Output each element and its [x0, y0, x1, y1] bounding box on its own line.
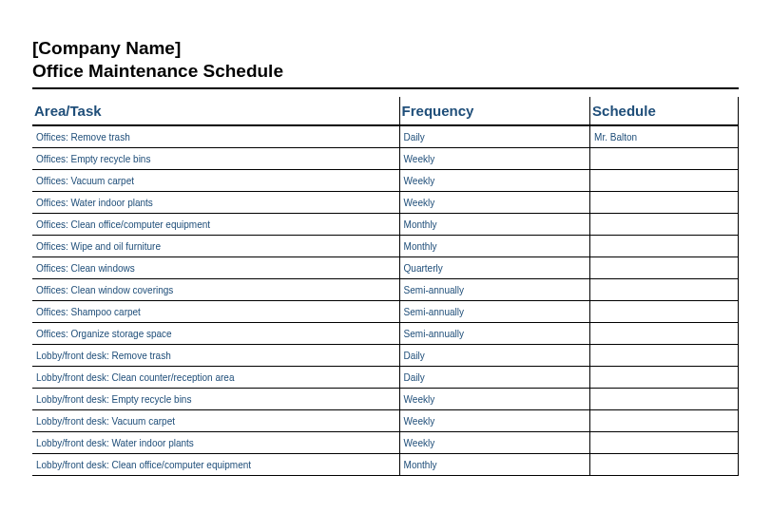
cell-schedule [590, 300, 739, 322]
cell-area-task: Offices: Clean window coverings [32, 278, 399, 300]
cell-frequency: Semi-annually [399, 300, 589, 322]
table-row: Offices: Clean windowsQuarterly [32, 256, 739, 278]
cell-schedule [590, 278, 739, 300]
cell-frequency: Monthly [399, 235, 589, 256]
cell-schedule [590, 322, 739, 344]
table-row: Lobby/front desk: Clean office/computer … [32, 453, 739, 475]
cell-frequency: Weekly [399, 388, 589, 409]
cell-schedule [590, 169, 739, 191]
table-row: Offices: Empty recycle binsWeekly [32, 147, 739, 169]
col-header-schedule: Schedule [590, 97, 739, 125]
cell-frequency: Weekly [399, 409, 589, 431]
cell-frequency: Weekly [399, 191, 589, 213]
table-row: Offices: Shampoo carpetSemi-annually [32, 300, 739, 322]
cell-schedule [590, 256, 739, 278]
cell-schedule [590, 409, 739, 431]
cell-area-task: Offices: Wipe and oil furniture [32, 235, 399, 256]
table-row: Offices: Organize storage spaceSemi-annu… [32, 322, 739, 344]
cell-frequency: Weekly [399, 147, 589, 169]
cell-area-task: Offices: Shampoo carpet [32, 300, 399, 322]
table-row: Lobby/front desk: Vacuum carpetWeekly [32, 409, 739, 431]
table-row: Offices: Clean window coveringsSemi-annu… [32, 278, 739, 300]
cell-area-task: Lobby/front desk: Clean counter/receptio… [32, 366, 399, 388]
header-divider [32, 87, 739, 89]
cell-frequency: Monthly [399, 453, 589, 475]
cell-frequency: Semi-annually [399, 278, 589, 300]
col-header-area-task: Area/Task [32, 97, 399, 125]
company-name: [Company Name] [32, 38, 739, 59]
table-row: Lobby/front desk: Water indoor plantsWee… [32, 431, 739, 453]
cell-frequency: Weekly [399, 431, 589, 453]
table-row: Lobby/front desk: Empty recycle binsWeek… [32, 388, 739, 409]
cell-area-task: Lobby/front desk: Vacuum carpet [32, 409, 399, 431]
cell-area-task: Offices: Clean office/computer equipment [32, 213, 399, 235]
cell-frequency: Quarterly [399, 256, 589, 278]
table-row: Offices: Vacuum carpetWeekly [32, 169, 739, 191]
cell-area-task: Lobby/front desk: Remove trash [32, 344, 399, 366]
table-row: Offices: Wipe and oil furnitureMonthly [32, 235, 739, 256]
cell-schedule: Mr. Balton [590, 125, 739, 147]
cell-area-task: Offices: Vacuum carpet [32, 169, 399, 191]
table-row: Lobby/front desk: Remove trashDaily [32, 344, 739, 366]
cell-schedule [590, 431, 739, 453]
cell-frequency: Daily [399, 344, 589, 366]
cell-frequency: Weekly [399, 169, 589, 191]
cell-frequency: Monthly [399, 213, 589, 235]
cell-schedule [590, 147, 739, 169]
cell-frequency: Daily [399, 366, 589, 388]
table-row: Offices: Clean office/computer equipment… [32, 213, 739, 235]
table-row: Offices: Remove trashDailyMr. Balton [32, 125, 739, 147]
cell-frequency: Semi-annually [399, 322, 589, 344]
cell-area-task: Offices: Remove trash [32, 125, 399, 147]
table-row: Lobby/front desk: Clean counter/receptio… [32, 366, 739, 388]
table-header-row: Area/Task Frequency Schedule [32, 97, 739, 125]
cell-area-task: Lobby/front desk: Empty recycle bins [32, 388, 399, 409]
cell-area-task: Offices: Water indoor plants [32, 191, 399, 213]
table-row: Offices: Water indoor plantsWeekly [32, 191, 739, 213]
cell-schedule [590, 213, 739, 235]
cell-schedule [590, 235, 739, 256]
cell-schedule [590, 191, 739, 213]
cell-area-task: Offices: Organize storage space [32, 322, 399, 344]
cell-area-task: Lobby/front desk: Clean office/computer … [32, 453, 399, 475]
cell-schedule [590, 366, 739, 388]
cell-area-task: Offices: Clean windows [32, 256, 399, 278]
cell-schedule [590, 453, 739, 475]
cell-schedule [590, 388, 739, 409]
schedule-table-wrap: Area/Task Frequency Schedule Offices: Re… [32, 97, 739, 476]
document-title: Office Maintenance Schedule [32, 61, 739, 82]
cell-area-task: Lobby/front desk: Water indoor plants [32, 431, 399, 453]
schedule-table: Area/Task Frequency Schedule Offices: Re… [32, 97, 739, 476]
col-header-frequency: Frequency [399, 97, 589, 125]
cell-schedule [590, 344, 739, 366]
cell-area-task: Offices: Empty recycle bins [32, 147, 399, 169]
cell-frequency: Daily [399, 125, 589, 147]
